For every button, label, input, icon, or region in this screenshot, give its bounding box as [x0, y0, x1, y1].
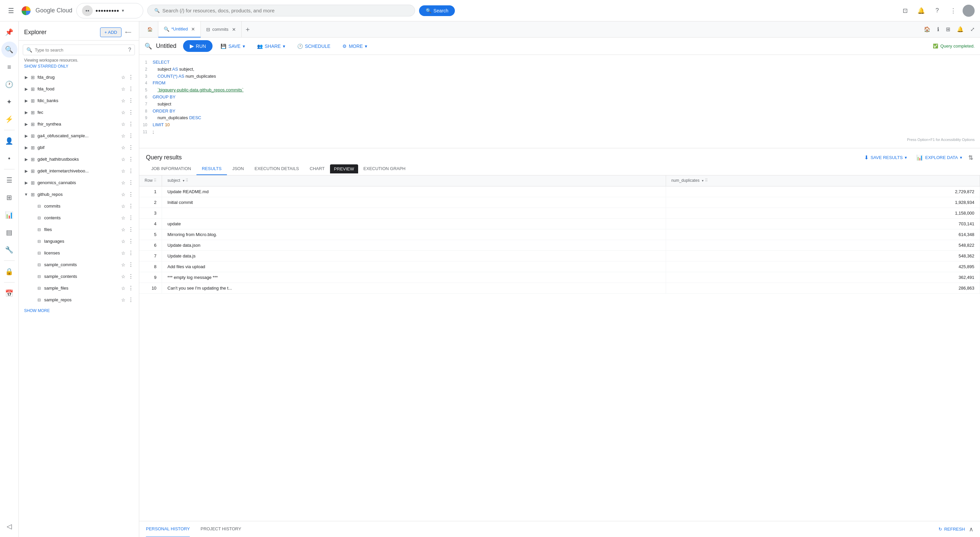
terminal-icon[interactable]: ⊡: [898, 4, 912, 18]
sidebar-icon-dashboard[interactable]: ▤: [2, 224, 18, 241]
list-item[interactable]: ▶ ⊞ fhir_synthea ☆ ⋮: [19, 118, 139, 130]
star-icon[interactable]: ☆: [121, 133, 126, 139]
sidebar-icon-calendar[interactable]: 📅: [2, 285, 18, 301]
star-icon[interactable]: ☆: [121, 297, 126, 303]
results-expand-icon[interactable]: ⇅: [968, 154, 973, 161]
item-menu-icon[interactable]: ⋮: [127, 73, 135, 81]
tab-preview[interactable]: PREVIEW: [330, 164, 358, 174]
tab-nav-bell-icon[interactable]: 🔔: [954, 24, 966, 35]
explorer-search-box[interactable]: 🔍 ?: [23, 45, 135, 55]
star-icon[interactable]: ☆: [121, 121, 126, 127]
item-menu-icon[interactable]: ⋮: [127, 296, 135, 304]
item-menu-icon[interactable]: ⋮: [127, 97, 135, 104]
item-menu-icon[interactable]: ⋮: [127, 237, 135, 245]
col-row-resize[interactable]: ⠿: [154, 178, 156, 183]
collapse-history-icon[interactable]: ∧: [969, 526, 973, 533]
sidebar-icon-dot[interactable]: •: [2, 150, 18, 166]
refresh-button[interactable]: ↻ REFRESH: [939, 527, 965, 532]
item-menu-icon[interactable]: ⋮: [127, 85, 135, 93]
list-item[interactable]: ▶ ⊞ genomics_cannabis ☆ ⋮: [19, 177, 139, 188]
list-item[interactable]: ⊟ licenses ☆ ⋮: [19, 247, 139, 259]
list-item[interactable]: ▶ ⊞ fdic_banks ☆ ⋮: [19, 95, 139, 107]
avatar[interactable]: [963, 5, 975, 17]
col-num-resize[interactable]: ⠿: [705, 178, 708, 183]
sidebar-icon-filter[interactable]: ≡: [2, 59, 18, 75]
run-button[interactable]: ▶ RUN: [183, 40, 213, 52]
tab-json[interactable]: JSON: [227, 163, 249, 175]
col-subject-resize[interactable]: ⠿: [185, 178, 188, 183]
list-item[interactable]: ▶ ⊞ fda_drug ☆ ⋮: [19, 71, 139, 83]
item-menu-icon[interactable]: ⋮: [127, 155, 135, 163]
list-item[interactable]: ▶ ⊞ gdelt_internetarchiveboo... ☆ ⋮: [19, 165, 139, 177]
explorer-search-input[interactable]: [35, 48, 126, 53]
tab-personal-history[interactable]: PERSONAL HISTORY: [146, 521, 190, 537]
list-item[interactable]: ▶ ⊞ gbif ☆ ⋮: [19, 142, 139, 153]
list-item[interactable]: ⊟ sample_files ☆ ⋮: [19, 282, 139, 294]
item-menu-icon[interactable]: ⋮: [127, 226, 135, 233]
tab-execution-graph[interactable]: EXECUTION GRAPH: [358, 163, 411, 175]
item-menu-icon[interactable]: ⋮: [127, 120, 135, 128]
star-icon[interactable]: ☆: [121, 180, 126, 185]
sidebar-icon-tool[interactable]: 🔧: [2, 242, 18, 258]
star-icon[interactable]: ☆: [121, 227, 126, 232]
item-menu-icon[interactable]: ⋮: [127, 202, 135, 210]
star-icon[interactable]: ☆: [121, 145, 126, 150]
explorer-help-icon[interactable]: ?: [128, 47, 131, 53]
sidebar-icon-list[interactable]: ☰: [2, 172, 18, 188]
star-icon[interactable]: ☆: [121, 168, 126, 174]
explore-data-button[interactable]: 📊 EXPLORE DATA ▾: [913, 152, 966, 163]
star-icon[interactable]: ☆: [121, 274, 126, 279]
list-item[interactable]: ▶ ⊞ ga4_obfuscated_sample... ☆ ⋮: [19, 130, 139, 142]
item-menu-icon[interactable]: ⋮: [127, 272, 135, 280]
more-options-icon[interactable]: ⋮: [947, 4, 960, 18]
pin-sidebar-icon[interactable]: ⟵: [123, 27, 134, 38]
list-item[interactable]: ⊟ sample_repos ☆ ⋮: [19, 294, 139, 306]
item-menu-icon[interactable]: ⋮: [127, 143, 135, 151]
star-icon[interactable]: ☆: [121, 192, 126, 197]
search-button[interactable]: 🔍 Search: [419, 5, 455, 16]
show-more-button[interactable]: SHOW MORE: [19, 306, 139, 316]
item-menu-icon[interactable]: ⋮: [127, 261, 135, 269]
star-icon[interactable]: ☆: [121, 75, 126, 80]
tab-nav-grid-icon[interactable]: ⊞: [943, 24, 953, 35]
global-search-input[interactable]: [162, 8, 408, 13]
list-item[interactable]: ⊟ files ☆ ⋮: [19, 224, 139, 235]
item-menu-icon[interactable]: ⋮: [127, 249, 135, 257]
item-menu-icon[interactable]: ⋮: [127, 167, 135, 175]
sidebar-icon-chart[interactable]: 📊: [2, 207, 18, 223]
tab-nav-home-icon[interactable]: 🏠: [921, 24, 933, 35]
col-num-duplicates[interactable]: num_duplicates ▾ ⠿: [666, 175, 980, 186]
item-menu-icon[interactable]: ⋮: [127, 179, 135, 186]
tab-project-history[interactable]: PROJECT HISTORY: [200, 521, 241, 537]
col-subject[interactable]: subject ▾ ⠿: [162, 175, 666, 186]
star-icon[interactable]: ☆: [121, 110, 126, 115]
sidebar-icon-search[interactable]: 🔍: [2, 41, 18, 57]
tab-results[interactable]: RESULTS: [196, 163, 227, 175]
item-menu-icon[interactable]: ⋮: [127, 132, 135, 140]
star-icon[interactable]: ☆: [121, 262, 126, 268]
tab-add-icon[interactable]: ＋: [242, 25, 254, 34]
star-icon[interactable]: ☆: [121, 86, 126, 92]
sidebar-collapse-icon[interactable]: ◁: [2, 518, 18, 534]
schedule-button[interactable]: 🕐 SCHEDULE: [293, 41, 334, 51]
list-item[interactable]: ⊟ commits ☆ ⋮: [19, 200, 139, 212]
sidebar-icon-lock[interactable]: 🔒: [2, 263, 18, 280]
star-icon[interactable]: ☆: [121, 98, 126, 104]
tab-commits-close-icon[interactable]: ✕: [232, 27, 236, 32]
save-results-button[interactable]: ⬇ SAVE RESULTS ▾: [861, 152, 910, 163]
project-selector[interactable]: ●● ●●●●●●●●● ▾: [76, 3, 143, 18]
add-button[interactable]: + ADD: [100, 27, 121, 37]
item-menu-icon[interactable]: ⋮: [127, 191, 135, 198]
tab-untitled[interactable]: 🔍 *Untitled ✕: [158, 21, 201, 38]
star-icon[interactable]: ☆: [121, 215, 126, 221]
sidebar-icon-table[interactable]: ⊞: [2, 190, 18, 206]
tab-untitled-close-icon[interactable]: ✕: [191, 26, 195, 32]
list-item[interactable]: ▶ ⊞ gdelt_hathitrustbooks ☆ ⋮: [19, 153, 139, 165]
sidebar-icon-bolt[interactable]: ⚡: [2, 111, 18, 127]
item-menu-icon[interactable]: ⋮: [127, 214, 135, 221]
help-icon[interactable]: ?: [931, 4, 944, 18]
hamburger-menu-icon[interactable]: ☰: [5, 4, 17, 18]
share-button[interactable]: 👥 SHARE ▾: [253, 41, 289, 51]
sidebar-icon-person[interactable]: 👤: [2, 133, 18, 149]
sidebar-icon-history[interactable]: 🕐: [2, 76, 18, 92]
